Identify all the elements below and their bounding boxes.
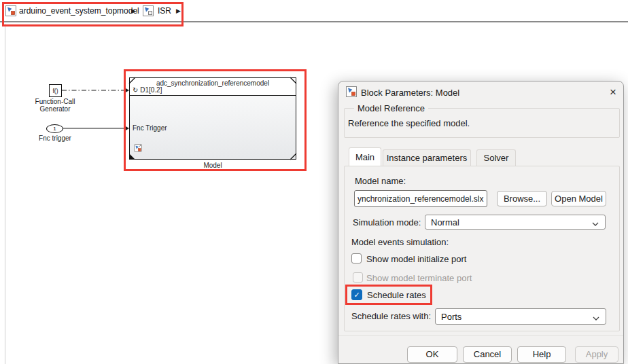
breadcrumb-separator[interactable]: ▶ xyxy=(131,7,136,14)
model-port-d1: ↻ D1[0.2] xyxy=(133,86,162,94)
block-parameters-dialog: Block Parameters: Model × Model Referenc… xyxy=(338,81,624,364)
fcg-label-line2: Generator xyxy=(31,105,79,113)
model-events-label: Model events simulation: xyxy=(351,237,449,247)
breadcrumb-item-isr[interactable]: ISR xyxy=(158,6,171,16)
inport-label: Fnc trigger xyxy=(31,134,79,142)
breadcrumb: arduino_event_system_topmodel ▶ ISR ▶ xyxy=(0,0,628,22)
tab-instance-parameters[interactable]: Instance parameters xyxy=(383,149,471,166)
simulation-mode-select[interactable]: Normal xyxy=(425,215,606,230)
breadcrumb-separator[interactable]: ▶ xyxy=(176,7,181,14)
dialog-title: Block Parameters: Model xyxy=(361,88,459,98)
show-model-initialize-port-checkbox[interactable] xyxy=(351,253,362,263)
check-icon: ✓ xyxy=(353,291,360,299)
groupbox-description: Reference the specified model. xyxy=(348,118,470,128)
simulation-mode-label: Simulation mode: xyxy=(353,217,421,228)
cancel-button[interactable]: Cancel xyxy=(463,346,512,363)
fcg-label-line1: Function-Call xyxy=(31,98,79,105)
schedule-rates-with-select[interactable]: Ports xyxy=(435,308,606,325)
show-model-terminate-port-label: Show model terminate port xyxy=(366,273,472,283)
model-block-caption: Model xyxy=(192,162,233,169)
dialog-simulink-icon xyxy=(346,86,357,99)
chevron-down-icon xyxy=(593,312,599,323)
simulink-model-icon xyxy=(5,5,16,16)
ok-button[interactable]: OK xyxy=(407,346,457,363)
model-name-label: Model name: xyxy=(355,176,406,186)
simulink-subsystem-icon xyxy=(143,5,154,16)
chevron-down-icon xyxy=(592,218,599,228)
apply-button: Apply xyxy=(575,346,618,363)
close-icon[interactable]: × xyxy=(605,84,621,101)
model-reference-groupbox: Model Reference Reference the specified … xyxy=(344,108,620,138)
canvas-left-border xyxy=(5,24,5,364)
show-model-terminate-port-checkbox xyxy=(353,272,363,283)
sample-time-icon: ↻ xyxy=(133,86,138,94)
browse-button[interactable]: Browse... xyxy=(497,191,547,206)
simulink-window: arduino_event_system_topmodel ▶ ISR ▶ f(… xyxy=(0,0,628,364)
dialog-footer-divider xyxy=(338,335,623,336)
open-model-button[interactable]: Open Model xyxy=(551,191,606,206)
tab-main[interactable]: Main xyxy=(349,147,381,166)
model-port-fnc-trigger: Fnc Trigger xyxy=(133,124,167,132)
function-call-generator-block[interactable]: f() xyxy=(49,84,62,97)
model-name-input[interactable] xyxy=(354,190,487,207)
groupbox-legend: Model Reference xyxy=(354,103,428,113)
schedule-rates-checkbox[interactable]: ✓ xyxy=(351,289,362,300)
inport-number: 1 xyxy=(53,126,56,132)
tab-solver[interactable]: Solver xyxy=(476,149,516,166)
schedule-rates-label: Schedule rates xyxy=(367,290,426,300)
model-reference-badge-icon xyxy=(134,143,143,156)
schedule-rates-with-label: Schedule rates with: xyxy=(351,311,431,321)
breadcrumb-item-topmodel[interactable]: arduino_event_system_topmodel xyxy=(19,6,139,16)
fcg-block-text: f() xyxy=(52,88,58,94)
help-button[interactable]: Help xyxy=(517,346,566,363)
fnc-trigger-inport-block[interactable]: 1 xyxy=(46,124,63,133)
show-model-initialize-port-label: Show model initialize port xyxy=(366,254,466,264)
model-reference-block[interactable]: adc_synchronization_referencemodel ↻ D1[… xyxy=(129,77,296,160)
